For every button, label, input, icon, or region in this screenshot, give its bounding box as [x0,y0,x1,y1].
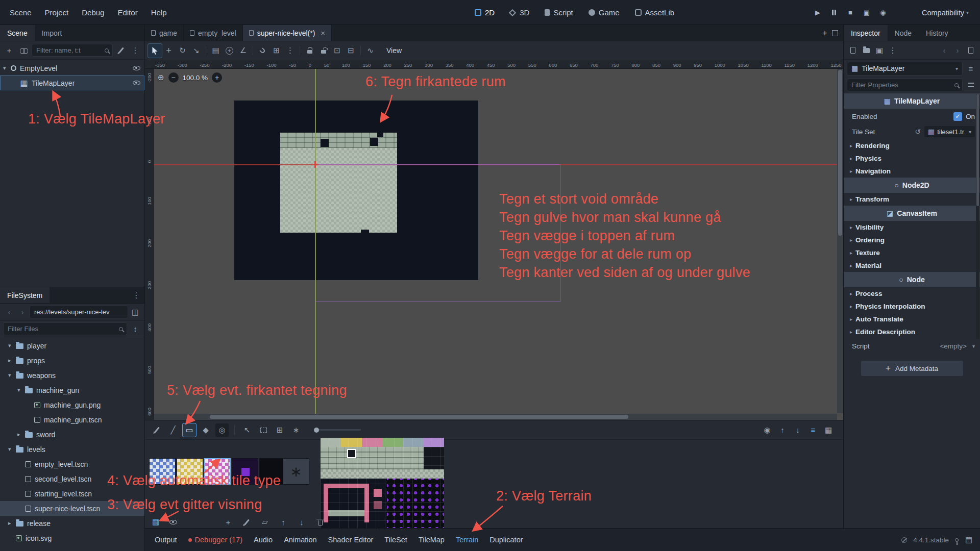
bottom-panel-tab[interactable]: Audio [248,529,278,551]
bottom-panel-tab[interactable]: TileMap [413,529,450,551]
filesystem-menu-button[interactable]: ⋮ [130,289,142,302]
expander-icon[interactable] [8,520,16,527]
bottom-panel-tab[interactable]: Debugger (17) [183,529,249,551]
move-up-button[interactable]: ↑ [277,515,290,529]
object-selector[interactable]: TileMapLayer ▾ [847,62,963,76]
visibility-eye-icon[interactable] [133,81,140,85]
grid-toggle-button[interactable]: ▦ [149,515,162,529]
palette-zoom-slider[interactable] [314,428,361,433]
panel-layout-icon[interactable]: ▤ [965,536,973,544]
nav-back-button[interactable]: ‹ [3,306,15,318]
history-forward-button[interactable]: › [951,44,964,57]
file-tree-item[interactable]: machine_gun [0,383,144,397]
ungroup-button[interactable]: ⊟ [344,44,358,58]
attach-script-button[interactable] [115,44,127,57]
menu-item[interactable]: Project [38,8,76,17]
resource-menu-button[interactable]: ⋮ [887,44,899,57]
bottom-panel-tab[interactable]: Terrain [450,529,484,551]
scene-tab[interactable]: super-nice-level(*) × [243,25,332,41]
inspector-group[interactable]: ▸ Ordering [844,234,980,246]
inspector-tab[interactable]: Node [888,25,919,41]
workspace-tab[interactable]: AssetLib [629,4,681,21]
expander-icon[interactable] [17,431,25,438]
terrain-tile-purple[interactable] [232,458,258,485]
bucket-tool-button[interactable]: ◆ [199,423,212,437]
new-scene-tab-button[interactable]: + [818,29,832,38]
split-view-button[interactable]: ◫ [129,306,141,318]
scene-filter-input[interactable] [32,44,113,57]
scrollbar-handle[interactable] [976,94,979,206]
script-picker[interactable]: <empty> ▾ [940,342,975,350]
ruler-tool-button[interactable]: ∠ [236,44,250,58]
viewport-canvas[interactable]: ⊕ − 100.0 % + [154,69,843,420]
move-down-button[interactable]: ↓ [295,515,308,529]
inspector-group[interactable]: ▸ Editor Description [844,325,980,338]
expander-icon[interactable] [8,342,16,349]
filter-options-button[interactable] [965,79,977,91]
pin-panel-icon[interactable] [955,538,959,542]
inspector-group[interactable]: ▸ Material [844,259,980,272]
inspector-group[interactable]: ▸ Process [844,287,980,300]
delete-button[interactable] [313,515,327,529]
file-tree-item[interactable]: empty_level.tscn [0,457,144,471]
add-terrain-button[interactable]: + [222,515,235,529]
inspector-group[interactable]: ▸ Visibility [844,221,980,234]
unlock-button[interactable] [316,44,330,58]
expander-icon[interactable] [8,357,16,364]
expander-icon[interactable] [3,65,11,71]
workspace-tab[interactable]: Game [582,4,626,21]
file-filter-input[interactable] [3,322,127,335]
scrollbar-handle[interactable] [210,415,628,419]
random-mode-button[interactable]: ∗ [289,423,303,437]
open-docs-button[interactable] [965,44,977,57]
grid-view-button[interactable]: ▦ [822,423,835,437]
menu-item[interactable]: Editor [111,8,144,17]
terrain-tile-yellow[interactable] [177,458,203,485]
file-tree-item[interactable]: release [0,516,144,531]
load-resource-button[interactable] [860,44,872,57]
inspector-group[interactable]: ▸ Rendering [844,139,980,152]
select-tool-button[interactable] [148,44,162,58]
inspector-tab[interactable]: Inspector [844,25,888,41]
save-resource-button[interactable]: ▣ [873,44,886,57]
empty-terrain-tile[interactable]: ∗ [283,458,309,485]
dock-tab[interactable]: Scene [0,25,35,41]
bottom-panel-tab[interactable]: TileSet [379,529,413,551]
collapse-panel-button[interactable]: ↓ [791,423,804,437]
vertical-scrollbar[interactable] [837,69,843,413]
list-view-button[interactable]: ≡ [806,423,820,437]
file-tree-item[interactable]: sword [0,427,144,442]
group-button[interactable]: ⊡ [330,44,344,58]
scene-tree-item[interactable]: TileMapLayer [0,76,144,90]
expander-icon[interactable] [8,446,16,453]
terrain-tile-black[interactable] [259,458,286,485]
visibility-eye-icon[interactable] [133,66,140,70]
pan-tool-button[interactable]: + [223,44,236,58]
menu-item[interactable]: Debug [75,8,111,17]
enabled-checkbox[interactable]: ✓ On [953,112,975,121]
view-menu-button[interactable]: View [381,44,407,57]
pause-button[interactable] [828,7,840,19]
expander-icon[interactable] [17,387,25,393]
inspector-group[interactable]: ▸ Physics [844,152,980,165]
workspace-tab[interactable]: 3D [504,4,535,21]
stop-button[interactable]: ■ [844,7,856,19]
slider-knob[interactable] [314,428,319,433]
inspector-group[interactable]: ▸ Navigation [844,165,980,178]
close-tab-icon[interactable]: × [321,29,325,37]
bottom-panel-tab[interactable]: Output [149,529,183,551]
movie-maker-button[interactable]: ◉ [877,7,889,19]
terrain-tile-blue[interactable] [149,458,176,485]
center-view-icon[interactable]: ⊕ [158,73,164,82]
horizontal-scrollbar[interactable] [154,414,837,420]
file-tree-item[interactable]: machine_gun.tscn [0,412,144,427]
grid-paint-button[interactable]: ⊞ [273,423,286,437]
line-tool-button[interactable]: ╱ [166,423,180,437]
file-tree-item[interactable]: props [0,353,144,368]
expander-icon[interactable] [8,372,16,379]
tileset-atlas-preview[interactable] [321,438,444,528]
object-options-button[interactable]: ≡ [965,62,977,74]
skeleton-options-button[interactable]: ∿ [363,44,377,58]
rect-tool-button[interactable]: ▭ [183,423,196,437]
play-scene-button[interactable]: ▣ [861,7,873,19]
